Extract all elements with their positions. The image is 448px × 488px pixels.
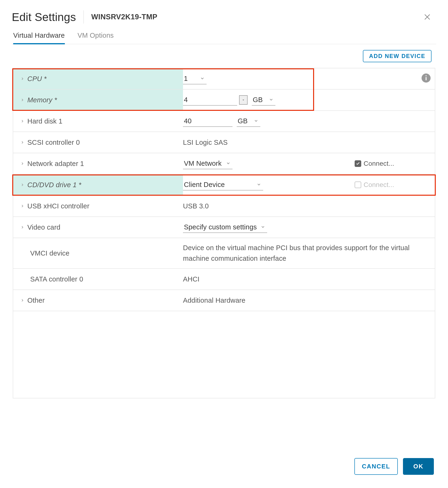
chevron-right-icon[interactable] [20, 298, 25, 303]
row-vmci: VMCI device Device on the virtual machin… [13, 238, 435, 269]
empty-area [13, 311, 435, 398]
chevron-right-icon[interactable] [20, 161, 25, 166]
usb-label: USB xHCI controller [27, 202, 89, 210]
close-icon[interactable] [423, 13, 432, 21]
row-net1: Network adapter 1 VM Network Connect... [13, 153, 435, 175]
row-video: Video card Specify custom settings [13, 217, 435, 238]
row-hdd1: Hard disk 1 GB [13, 111, 435, 132]
cpu-value: 1 [184, 75, 188, 82]
row-cpu: CPU * 1 [13, 68, 435, 90]
memory-input[interactable] [183, 95, 237, 106]
row-scsi0: SCSI controller 0 LSI Logic SAS [13, 132, 435, 153]
chevron-right-icon[interactable] [20, 203, 25, 209]
net1-value: VM Network [184, 160, 222, 167]
sata0-label: SATA controller 0 [30, 275, 83, 283]
chevron-down-icon [261, 223, 265, 231]
hdd1-unit: GB [238, 117, 248, 125]
hdd1-unit-select[interactable]: GB [237, 116, 260, 127]
usb-value: USB 3.0 [183, 202, 209, 210]
chevron-down-icon [254, 117, 258, 125]
row-sata0: SATA controller 0 AHCI [13, 269, 435, 290]
scsi0-value: LSI Logic SAS [183, 139, 228, 146]
memory-unit: GB [253, 96, 263, 104]
row-usb: USB xHCI controller USB 3.0 [13, 196, 435, 217]
vmci-label: VMCI device [30, 249, 70, 257]
chevron-right-icon[interactable] [20, 97, 25, 103]
chevron-right-icon[interactable] [20, 140, 25, 145]
chevron-down-icon [269, 96, 273, 104]
cddvd1-value: Client Device [184, 181, 225, 188]
other-value: Additional Hardware [183, 296, 246, 304]
footer: CANCEL OK [12, 458, 436, 488]
action-bar: ADD NEW DEVICE [12, 44, 436, 68]
cancel-button[interactable]: CANCEL [354, 458, 398, 475]
net1-connect-label: Connect... [364, 160, 394, 167]
cddvd1-select[interactable]: Client Device [183, 179, 263, 191]
hdd1-label: Hard disk 1 [27, 117, 63, 125]
net1-label: Network adapter 1 [27, 160, 84, 168]
chevron-right-icon[interactable] [20, 182, 25, 187]
stepper-icon[interactable] [239, 95, 248, 105]
cpu-label: CPU * [27, 75, 47, 83]
svg-rect-1 [426, 77, 426, 80]
ok-button[interactable]: OK [403, 458, 434, 475]
scsi0-label: SCSI controller 0 [27, 139, 80, 146]
video-select[interactable]: Specify custom settings [183, 222, 267, 233]
cpu-select[interactable]: 1 [183, 73, 207, 84]
chevron-down-icon [256, 181, 261, 189]
tab-vm-options[interactable]: VM Options [78, 29, 114, 44]
sata0-value: AHCI [183, 275, 200, 283]
row-other: Other Additional Hardware [13, 290, 435, 311]
chevron-down-icon [226, 160, 231, 167]
modal-header: Edit Settings WINSRV2K19-TMP [12, 0, 436, 29]
row-memory: Memory * GB [13, 90, 435, 111]
highlight-cpu-memory: CPU * 1 [13, 68, 435, 111]
chevron-right-icon[interactable] [20, 225, 25, 230]
memory-label: Memory * [27, 96, 57, 104]
svg-rect-2 [426, 75, 426, 76]
modal-title: Edit Settings [12, 11, 83, 24]
cddvd1-connect-label: Connect... [364, 181, 394, 189]
add-new-device-button[interactable]: ADD NEW DEVICE [363, 50, 432, 62]
chevron-right-icon[interactable] [20, 119, 25, 124]
hdd1-size-input[interactable] [183, 116, 232, 127]
cddvd1-label: CD/DVD drive 1 * [27, 181, 81, 189]
video-label: Video card [27, 224, 60, 231]
net1-select[interactable]: VM Network [183, 158, 232, 169]
edit-settings-modal: Edit Settings WINSRV2K19-TMP Virtual Har… [0, 0, 448, 488]
highlight-cddvd: CD/DVD drive 1 * Client Device Connect..… [13, 175, 435, 196]
vm-name: WINSRV2K19-TMP [84, 13, 157, 21]
chevron-right-icon[interactable] [20, 76, 25, 81]
row-cddvd1: CD/DVD drive 1 * Client Device Connect..… [13, 175, 435, 196]
cddvd1-connect-checkbox [355, 182, 361, 188]
tab-bar: Virtual Hardware VM Options [12, 29, 436, 44]
chevron-down-icon [200, 75, 205, 82]
memory-unit-select[interactable]: GB [252, 95, 275, 106]
tab-virtual-hardware[interactable]: Virtual Hardware [13, 29, 65, 44]
device-table: CPU * 1 [13, 68, 435, 311]
info-icon[interactable] [421, 78, 432, 85]
video-value: Specify custom settings [184, 223, 257, 231]
other-label: Other [27, 296, 45, 304]
vmci-value: Device on the virtual machine PCI bus th… [183, 243, 435, 264]
net1-connect-checkbox[interactable] [355, 160, 361, 167]
